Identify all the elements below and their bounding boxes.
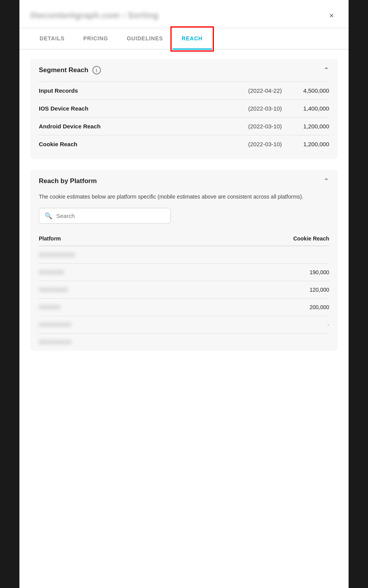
list-item: XXXXXXXXX - [39, 316, 329, 333]
reach-by-platform-header[interactable]: Reach by Platform ⌃ [30, 170, 338, 192]
list-item: XXXXXXXX 120,000 [39, 281, 329, 298]
segment-reach-chevron: ⌃ [323, 66, 329, 74]
search-wrap: 🔍 [30, 208, 338, 232]
tab-guidelines[interactable]: GUIDELINES [117, 28, 172, 50]
platform-table: Platform Cookie Reach XXXXXXXXXX XXXXXXX… [30, 232, 338, 351]
tab-details[interactable]: DETAILS [30, 28, 74, 50]
tab-bar: DETAILS PRICING GUIDELINES REACH [19, 28, 349, 50]
platform-table-header: Platform Cookie Reach [39, 232, 329, 246]
list-item: XXXXXXXXX [39, 333, 329, 351]
modal: thecontentgraph.com › Sorting × DETAILS … [19, 0, 349, 588]
table-row: IOS Device Reach (2022-03-10) 1,400,000 [39, 99, 329, 117]
modal-header: thecontentgraph.com › Sorting × [19, 0, 349, 28]
list-item: XXXXXXX 190,000 [39, 263, 329, 281]
list-item: XXXXXXXXXX [39, 246, 329, 263]
segment-reach-rows: Input Records (2022-04-22) 4,500,000 IOS… [30, 81, 338, 159]
list-item: XXXXXX 200,000 [39, 298, 329, 316]
platform-description: The cookie estimates below are platform … [30, 192, 338, 201]
search-icon: 🔍 [45, 212, 52, 220]
search-box[interactable]: 🔍 [39, 208, 171, 224]
segment-reach-title: Segment Reach i [39, 66, 101, 74]
reach-by-platform-chevron: ⌃ [323, 177, 329, 185]
table-row: Input Records (2022-04-22) 4,500,000 [39, 81, 329, 99]
tab-reach[interactable]: REACH [172, 28, 212, 50]
reach-by-platform-title: Reach by Platform [39, 177, 97, 185]
info-icon: i [92, 66, 101, 74]
reach-by-platform-section: Reach by Platform ⌃ The cookie estimates… [30, 170, 338, 351]
table-row: Android Device Reach (2022-03-10) 1,200,… [39, 117, 329, 135]
content-area: Segment Reach i ⌃ Input Records (2022-04… [19, 50, 349, 371]
segment-reach-section: Segment Reach i ⌃ Input Records (2022-04… [30, 59, 338, 159]
table-row: Cookie Reach (2022-03-10) 1,200,000 [39, 135, 329, 153]
tab-pricing[interactable]: PRICING [74, 28, 117, 50]
close-button[interactable]: × [325, 9, 338, 22]
search-input[interactable] [56, 213, 165, 219]
segment-reach-header[interactable]: Segment Reach i ⌃ [30, 59, 338, 81]
modal-title: thecontentgraph.com › Sorting [30, 10, 158, 21]
